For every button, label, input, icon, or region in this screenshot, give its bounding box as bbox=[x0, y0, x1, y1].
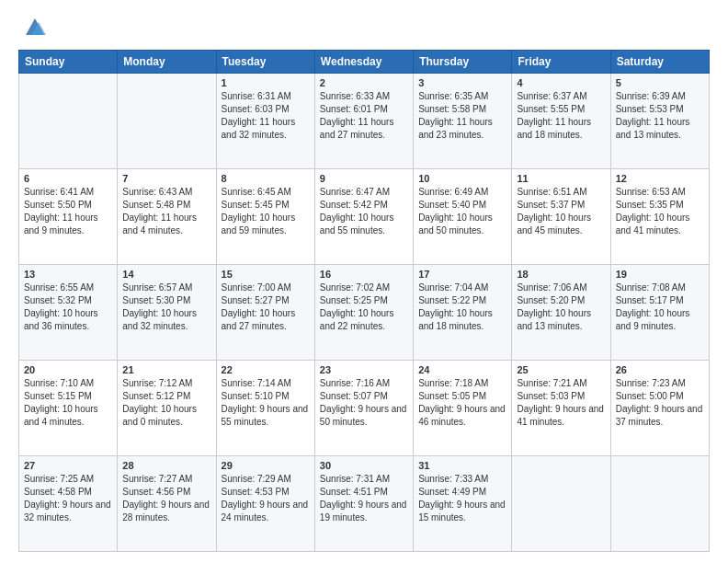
day-info: Sunrise: 6:57 AMSunset: 5:30 PMDaylight:… bbox=[122, 282, 197, 331]
calendar-day-cell: 28 Sunrise: 7:27 AMSunset: 4:56 PMDaylig… bbox=[118, 456, 216, 552]
calendar-day-cell: 19 Sunrise: 7:08 AMSunset: 5:17 PMDaylig… bbox=[610, 265, 709, 361]
calendar-day-cell: 13 Sunrise: 6:55 AMSunset: 5:32 PMDaylig… bbox=[19, 265, 118, 361]
calendar-day-cell bbox=[512, 456, 610, 552]
day-number: 21 bbox=[122, 364, 210, 375]
day-info: Sunrise: 7:23 AMSunset: 5:00 PMDaylight:… bbox=[616, 378, 703, 427]
day-info: Sunrise: 7:21 AMSunset: 5:03 PMDaylight:… bbox=[517, 378, 604, 427]
day-info: Sunrise: 6:31 AMSunset: 6:03 PMDaylight:… bbox=[222, 91, 296, 140]
weekday-header-cell: Sunday bbox=[19, 51, 118, 74]
day-info: Sunrise: 6:55 AMSunset: 5:32 PMDaylight:… bbox=[24, 282, 98, 331]
day-info: Sunrise: 6:39 AMSunset: 5:53 PMDaylight:… bbox=[616, 91, 690, 140]
day-info: Sunrise: 7:29 AMSunset: 4:53 PMDaylight:… bbox=[222, 474, 309, 523]
day-number: 8 bbox=[222, 173, 310, 184]
weekday-header-cell: Thursday bbox=[414, 51, 512, 74]
day-number: 20 bbox=[24, 364, 112, 375]
day-number: 5 bbox=[616, 77, 704, 88]
day-info: Sunrise: 6:37 AMSunset: 5:55 PMDaylight:… bbox=[517, 91, 591, 140]
day-info: Sunrise: 6:51 AMSunset: 5:37 PMDaylight:… bbox=[517, 187, 591, 236]
calendar-day-cell: 30 Sunrise: 7:31 AMSunset: 4:51 PMDaylig… bbox=[314, 456, 413, 552]
calendar-day-cell: 21 Sunrise: 7:12 AMSunset: 5:12 PMDaylig… bbox=[118, 361, 216, 456]
day-info: Sunrise: 6:47 AMSunset: 5:42 PMDaylight:… bbox=[320, 187, 394, 236]
day-number: 18 bbox=[517, 269, 605, 280]
day-number: 24 bbox=[418, 364, 506, 375]
calendar-day-cell: 8 Sunrise: 6:45 AMSunset: 5:45 PMDayligh… bbox=[216, 169, 314, 265]
day-number: 14 bbox=[122, 269, 210, 280]
calendar-day-cell: 24 Sunrise: 7:18 AMSunset: 5:05 PMDaylig… bbox=[414, 361, 512, 456]
day-info: Sunrise: 6:45 AMSunset: 5:45 PMDaylight:… bbox=[222, 187, 296, 236]
calendar-day-cell: 5 Sunrise: 6:39 AMSunset: 5:53 PMDayligh… bbox=[610, 74, 709, 169]
logo-icon bbox=[22, 15, 48, 40]
calendar-day-cell: 26 Sunrise: 7:23 AMSunset: 5:00 PMDaylig… bbox=[610, 361, 709, 456]
weekday-header-cell: Monday bbox=[118, 51, 216, 74]
calendar-day-cell: 16 Sunrise: 7:02 AMSunset: 5:25 PMDaylig… bbox=[314, 265, 413, 361]
calendar-day-cell: 11 Sunrise: 6:51 AMSunset: 5:37 PMDaylig… bbox=[512, 169, 610, 265]
weekday-header-cell: Wednesday bbox=[314, 51, 413, 74]
day-info: Sunrise: 7:25 AMSunset: 4:58 PMDaylight:… bbox=[24, 474, 111, 523]
day-info: Sunrise: 7:16 AMSunset: 5:07 PMDaylight:… bbox=[320, 378, 407, 427]
calendar-table: SundayMondayTuesdayWednesdayThursdayFrid… bbox=[18, 50, 710, 552]
day-info: Sunrise: 7:14 AMSunset: 5:10 PMDaylight:… bbox=[222, 378, 309, 427]
logo bbox=[18, 15, 48, 40]
calendar-day-cell: 6 Sunrise: 6:41 AMSunset: 5:50 PMDayligh… bbox=[19, 169, 118, 265]
day-info: Sunrise: 6:41 AMSunset: 5:50 PMDaylight:… bbox=[24, 187, 98, 236]
calendar-week-row: 6 Sunrise: 6:41 AMSunset: 5:50 PMDayligh… bbox=[19, 169, 710, 265]
day-number: 29 bbox=[222, 460, 310, 471]
day-info: Sunrise: 7:18 AMSunset: 5:05 PMDaylight:… bbox=[418, 378, 506, 427]
day-number: 27 bbox=[24, 460, 112, 471]
calendar-day-cell: 20 Sunrise: 7:10 AMSunset: 5:15 PMDaylig… bbox=[19, 361, 118, 456]
calendar-day-cell bbox=[19, 74, 118, 169]
day-number: 23 bbox=[320, 364, 408, 375]
calendar-day-cell: 3 Sunrise: 6:35 AMSunset: 5:58 PMDayligh… bbox=[414, 74, 512, 169]
day-info: Sunrise: 7:10 AMSunset: 5:15 PMDaylight:… bbox=[24, 378, 98, 427]
day-info: Sunrise: 7:00 AMSunset: 5:27 PMDaylight:… bbox=[222, 282, 296, 331]
day-number: 10 bbox=[418, 173, 506, 184]
calendar-day-cell: 18 Sunrise: 7:06 AMSunset: 5:20 PMDaylig… bbox=[512, 265, 610, 361]
calendar-day-cell: 12 Sunrise: 6:53 AMSunset: 5:35 PMDaylig… bbox=[610, 169, 709, 265]
day-info: Sunrise: 6:53 AMSunset: 5:35 PMDaylight:… bbox=[616, 187, 690, 236]
calendar-day-cell bbox=[118, 74, 216, 169]
day-info: Sunrise: 7:06 AMSunset: 5:20 PMDaylight:… bbox=[517, 282, 591, 331]
calendar-day-cell: 10 Sunrise: 6:49 AMSunset: 5:40 PMDaylig… bbox=[414, 169, 512, 265]
calendar-day-cell: 9 Sunrise: 6:47 AMSunset: 5:42 PMDayligh… bbox=[314, 169, 413, 265]
day-number: 1 bbox=[222, 77, 310, 88]
calendar-day-cell: 17 Sunrise: 7:04 AMSunset: 5:22 PMDaylig… bbox=[414, 265, 512, 361]
day-info: Sunrise: 7:04 AMSunset: 5:22 PMDaylight:… bbox=[418, 282, 493, 331]
day-info: Sunrise: 7:33 AMSunset: 4:49 PMDaylight:… bbox=[418, 474, 506, 523]
calendar-day-cell: 23 Sunrise: 7:16 AMSunset: 5:07 PMDaylig… bbox=[314, 361, 413, 456]
calendar-day-cell bbox=[610, 456, 709, 552]
day-number: 12 bbox=[616, 173, 704, 184]
day-number: 15 bbox=[222, 269, 310, 280]
day-info: Sunrise: 7:12 AMSunset: 5:12 PMDaylight:… bbox=[122, 378, 197, 427]
day-number: 3 bbox=[418, 77, 506, 88]
day-number: 31 bbox=[418, 460, 506, 471]
calendar-day-cell: 27 Sunrise: 7:25 AMSunset: 4:58 PMDaylig… bbox=[19, 456, 118, 552]
day-number: 11 bbox=[517, 173, 605, 184]
day-number: 25 bbox=[517, 364, 605, 375]
day-number: 4 bbox=[517, 77, 605, 88]
calendar-day-cell: 22 Sunrise: 7:14 AMSunset: 5:10 PMDaylig… bbox=[216, 361, 314, 456]
day-number: 22 bbox=[222, 364, 310, 375]
day-number: 26 bbox=[616, 364, 704, 375]
day-number: 19 bbox=[616, 269, 704, 280]
calendar-day-cell: 1 Sunrise: 6:31 AMSunset: 6:03 PMDayligh… bbox=[216, 74, 314, 169]
day-number: 13 bbox=[24, 269, 112, 280]
day-number: 30 bbox=[320, 460, 408, 471]
weekday-header-cell: Tuesday bbox=[216, 51, 314, 74]
page: SundayMondayTuesdayWednesdayThursdayFrid… bbox=[0, 0, 728, 563]
calendar-week-row: 13 Sunrise: 6:55 AMSunset: 5:32 PMDaylig… bbox=[19, 265, 710, 361]
day-number: 9 bbox=[320, 173, 408, 184]
day-info: Sunrise: 6:49 AMSunset: 5:40 PMDaylight:… bbox=[418, 187, 493, 236]
day-info: Sunrise: 6:43 AMSunset: 5:48 PMDaylight:… bbox=[122, 187, 197, 236]
day-number: 2 bbox=[320, 77, 408, 88]
day-number: 6 bbox=[24, 173, 112, 184]
day-info: Sunrise: 7:08 AMSunset: 5:17 PMDaylight:… bbox=[616, 282, 690, 331]
weekday-header-cell: Saturday bbox=[610, 51, 709, 74]
day-number: 17 bbox=[418, 269, 506, 280]
calendar-day-cell: 29 Sunrise: 7:29 AMSunset: 4:53 PMDaylig… bbox=[216, 456, 314, 552]
day-info: Sunrise: 7:02 AMSunset: 5:25 PMDaylight:… bbox=[320, 282, 394, 331]
calendar-day-cell: 7 Sunrise: 6:43 AMSunset: 5:48 PMDayligh… bbox=[118, 169, 216, 265]
day-number: 7 bbox=[122, 173, 210, 184]
calendar-week-row: 1 Sunrise: 6:31 AMSunset: 6:03 PMDayligh… bbox=[19, 74, 710, 169]
calendar-day-cell: 2 Sunrise: 6:33 AMSunset: 6:01 PMDayligh… bbox=[314, 74, 413, 169]
calendar-day-cell: 14 Sunrise: 6:57 AMSunset: 5:30 PMDaylig… bbox=[118, 265, 216, 361]
